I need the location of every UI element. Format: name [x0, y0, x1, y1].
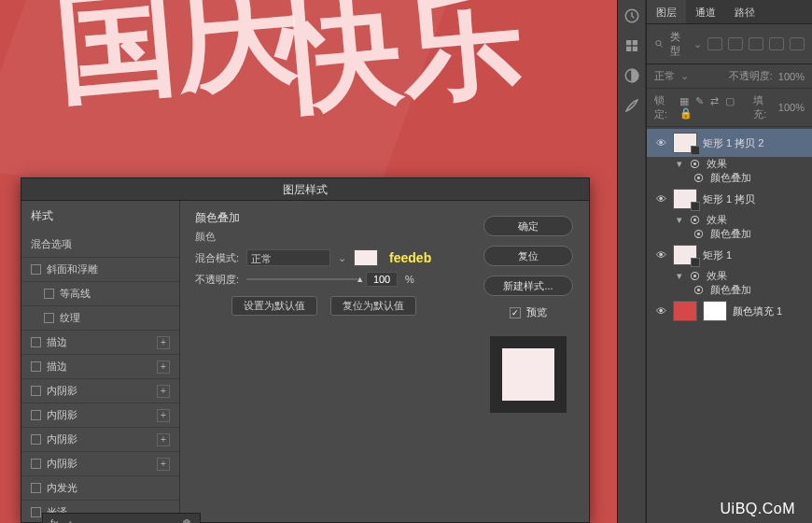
add-icon[interactable]: + — [157, 409, 170, 422]
visibility-icon[interactable]: ⦿ — [688, 215, 701, 226]
expand-icon[interactable]: ▾ — [677, 158, 682, 170]
tab-layers[interactable]: 图层 — [647, 0, 686, 23]
layer-row[interactable]: 👁 矩形 1 拷贝 2 — [647, 129, 812, 157]
visibility-icon[interactable]: 👁 — [654, 193, 667, 205]
color-swatch[interactable] — [354, 249, 378, 266]
ok-button[interactable]: 确定 — [483, 216, 573, 236]
arrow-icon[interactable]: ↕ — [68, 517, 74, 523]
checkbox[interactable] — [31, 507, 41, 517]
lock-icons[interactable]: ▦ ✎ ⇄ ▢ 🔒 — [679, 95, 743, 120]
brush-icon[interactable] — [623, 97, 640, 114]
style-option[interactable]: 描边+ — [21, 330, 179, 354]
layer-name[interactable]: 颜色填充 1 — [733, 304, 782, 318]
visibility-icon[interactable]: ⦿ — [692, 173, 705, 184]
add-icon[interactable]: + — [157, 360, 170, 374]
layer-row[interactable]: 👁 矩形 1 拷贝 — [647, 185, 812, 213]
adjust-icon[interactable] — [623, 67, 640, 84]
expand-icon[interactable]: ▾ — [677, 214, 682, 226]
checkbox[interactable] — [31, 459, 41, 469]
fx-item[interactable]: 颜色叠加 — [710, 283, 751, 297]
layer-thumb[interactable] — [673, 245, 697, 265]
style-option[interactable]: 内阴影+ — [21, 427, 179, 451]
checkbox[interactable] — [31, 386, 41, 396]
fx-item[interactable]: 颜色叠加 — [710, 171, 751, 185]
layer-filter-row: 类型 ⌄ — [647, 24, 812, 64]
trash-icon[interactable]: 🗑 — [182, 517, 192, 523]
checkbox[interactable] — [44, 289, 54, 299]
opacity-slider[interactable] — [246, 278, 358, 280]
layer-thumb[interactable] — [673, 133, 697, 153]
chevron-down-icon[interactable]: ⌄ — [680, 70, 689, 82]
tab-channels[interactable]: 通道 — [686, 0, 725, 23]
style-option[interactable]: 等高线 — [21, 281, 179, 305]
layer-name[interactable]: 矩形 1 — [703, 248, 732, 262]
make-default-button[interactable]: 设置为默认值 — [231, 296, 317, 316]
filter-pixel-icon[interactable] — [707, 37, 722, 50]
style-option[interactable]: 内阴影+ — [21, 403, 179, 427]
add-icon[interactable]: + — [157, 385, 170, 398]
option-label: 内阴影 — [47, 408, 77, 422]
fill-label: 填充: — [753, 93, 773, 121]
checkbox[interactable] — [31, 337, 41, 347]
filter-chevron-icon[interactable]: ⌄ — [693, 38, 702, 50]
checkbox[interactable] — [31, 483, 41, 493]
checkbox[interactable] — [31, 434, 41, 445]
option-label: 内发光 — [47, 481, 77, 495]
checkbox[interactable] — [31, 361, 41, 372]
reset-default-button[interactable]: 复位为默认值 — [330, 296, 416, 316]
new-style-button[interactable]: 新建样式... — [483, 276, 573, 296]
layer-thumb[interactable] — [673, 189, 697, 209]
filter-adjust-icon[interactable] — [728, 37, 743, 50]
layer-name[interactable]: 矩形 1 拷贝 2 — [703, 136, 763, 150]
expand-icon[interactable]: ▾ — [677, 270, 682, 282]
layer-row[interactable]: 👁 矩形 1 — [647, 241, 812, 269]
add-icon[interactable]: + — [157, 336, 170, 349]
visibility-icon[interactable]: ⦿ — [688, 159, 701, 170]
svg-rect-2 — [632, 40, 637, 45]
filter-type-icon[interactable] — [749, 37, 763, 50]
filter-kind-label: 类型 — [670, 30, 688, 58]
preview-checkbox[interactable]: ✓ — [510, 307, 521, 318]
chevron-down-icon[interactable]: ⌄ — [338, 252, 346, 264]
layer-row[interactable]: 👁 颜色填充 1 — [647, 297, 812, 325]
visibility-icon[interactable]: ⦿ — [692, 229, 705, 240]
style-option[interactable]: 内阴影+ — [21, 378, 179, 403]
visibility-icon[interactable]: 👁 — [654, 305, 667, 317]
opacity-input[interactable]: 100 — [366, 272, 398, 287]
visibility-icon[interactable]: 👁 — [654, 249, 667, 261]
style-option[interactable]: 斜面和浮雕 — [21, 257, 179, 281]
style-option[interactable]: 内阴影+ — [21, 451, 179, 475]
style-option[interactable]: 内发光 — [21, 475, 179, 500]
visibility-icon[interactable]: 👁 — [654, 137, 667, 148]
history-icon[interactable] — [623, 7, 640, 24]
opacity-label: 不透明度: — [195, 273, 239, 287]
add-icon[interactable]: + — [157, 433, 170, 446]
style-option[interactable]: 描边+ — [21, 354, 179, 378]
mask-thumb[interactable] — [703, 301, 727, 321]
opacity-value[interactable]: 100% — [778, 71, 805, 82]
style-option[interactable]: 纹理 — [21, 305, 179, 330]
blend-options[interactable]: 混合选项 — [21, 232, 179, 257]
option-label: 内阴影 — [47, 457, 77, 471]
search-icon[interactable] — [654, 38, 665, 49]
cancel-button[interactable]: 复位 — [483, 246, 573, 266]
visibility-icon[interactable]: ⦿ — [688, 271, 701, 282]
fx-item[interactable]: 颜色叠加 — [710, 227, 751, 241]
fill-value[interactable]: 100% — [778, 102, 805, 113]
option-label: 描边 — [47, 335, 67, 349]
filter-shape-icon[interactable] — [769, 37, 784, 50]
checkbox[interactable] — [31, 264, 41, 275]
blend-mode-select[interactable]: 正常 — [654, 69, 675, 83]
checkbox[interactable] — [44, 313, 54, 323]
visibility-icon[interactable]: ⦿ — [692, 285, 705, 296]
layer-name[interactable]: 矩形 1 拷贝 — [703, 192, 755, 206]
layer-thumb[interactable] — [673, 301, 697, 321]
filter-smart-icon[interactable] — [790, 37, 805, 50]
checkbox[interactable] — [31, 410, 41, 420]
blend-mode-select[interactable]: 正常 — [246, 249, 330, 266]
fx-icon[interactable]: fx — [50, 517, 59, 523]
add-icon[interactable]: + — [157, 458, 170, 471]
tab-paths[interactable]: 路径 — [725, 0, 764, 23]
swatches-icon[interactable] — [623, 37, 640, 54]
opacity-label: 不透明度: — [729, 69, 773, 83]
